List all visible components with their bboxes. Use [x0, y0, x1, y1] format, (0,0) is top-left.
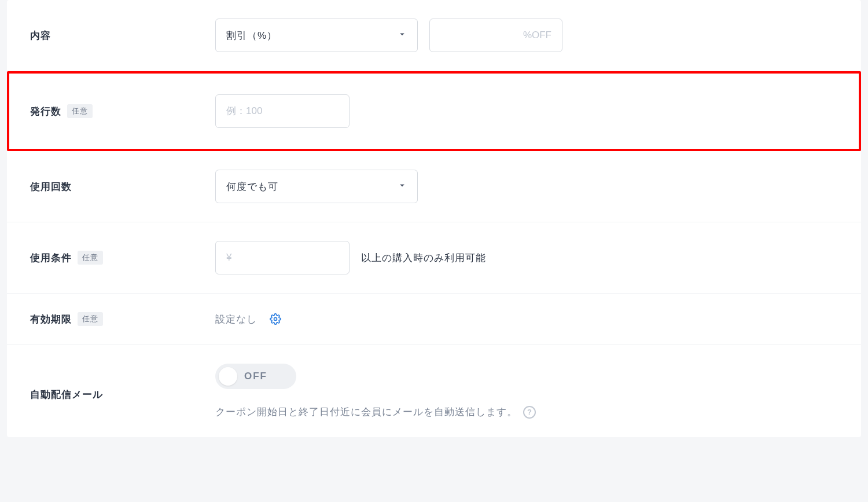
issue-count-optional-badge: 任意: [67, 104, 93, 118]
auto-mail-toggle[interactable]: OFF: [215, 364, 296, 389]
content-field-cell: [215, 19, 838, 52]
issue-count-label: 発行数: [30, 105, 61, 118]
usage-count-field-cell: [215, 170, 838, 203]
toggle-knob: [219, 367, 237, 386]
auto-mail-label: 自動配信メール: [30, 388, 103, 401]
content-label-cell: 内容: [30, 29, 215, 42]
usage-count-row: 使用回数: [7, 151, 861, 222]
usage-count-select[interactable]: [215, 170, 418, 203]
toggle-label: OFF: [244, 371, 267, 382]
expiry-label: 有効期限: [30, 313, 72, 326]
issue-count-field-cell: [215, 94, 838, 128]
auto-mail-help-text: クーポン開始日と終了日付近に会員にメールを自動送信します。: [215, 405, 517, 419]
gear-icon[interactable]: [269, 312, 282, 326]
expiry-row: 有効期限 任意 設定なし: [7, 294, 861, 345]
usage-count-select-wrapper: [215, 170, 418, 203]
usage-count-label: 使用回数: [30, 180, 72, 193]
auto-mail-help-row: クーポン開始日と終了日付近に会員にメールを自動送信します。 ?: [215, 405, 536, 419]
issue-count-row: 発行数 任意: [9, 74, 859, 149]
usage-count-label-cell: 使用回数: [30, 180, 215, 193]
auto-mail-toggle-wrapper: OFF クーポン開始日と終了日付近に会員にメールを自動送信します。 ?: [215, 364, 536, 419]
content-label: 内容: [30, 29, 51, 42]
issue-count-highlight: 発行数 任意: [7, 71, 861, 151]
expiry-label-cell: 有効期限 任意: [30, 312, 215, 326]
help-icon[interactable]: ?: [523, 406, 536, 419]
form-container: 内容 発行数 任意 使用回数: [7, 0, 861, 437]
expiry-value: 設定なし: [215, 313, 257, 326]
percent-off-input[interactable]: [429, 19, 562, 52]
usage-condition-row: 使用条件 任意 以上の購入時のみ利用可能: [7, 222, 861, 294]
usage-condition-label-cell: 使用条件 任意: [30, 251, 215, 265]
content-select-wrapper: [215, 19, 418, 52]
usage-condition-input[interactable]: [215, 241, 350, 274]
auto-mail-row: 自動配信メール OFF クーポン開始日と終了日付近に会員にメールを自動送信します…: [7, 345, 861, 437]
usage-condition-suffix: 以上の購入時のみ利用可能: [361, 251, 486, 265]
content-row: 内容: [7, 0, 861, 71]
usage-condition-optional-badge: 任意: [78, 251, 103, 265]
issue-count-label-cell: 発行数 任意: [30, 104, 215, 118]
auto-mail-label-cell: 自動配信メール: [30, 364, 215, 401]
usage-condition-label: 使用条件: [30, 251, 72, 265]
issue-count-input[interactable]: [215, 94, 350, 128]
expiry-field-cell: 設定なし: [215, 312, 838, 326]
svg-point-0: [274, 318, 277, 321]
expiry-optional-badge: 任意: [78, 312, 103, 326]
auto-mail-field-cell: OFF クーポン開始日と終了日付近に会員にメールを自動送信します。 ?: [215, 364, 838, 419]
content-select[interactable]: [215, 19, 418, 52]
usage-condition-field-cell: 以上の購入時のみ利用可能: [215, 241, 838, 274]
